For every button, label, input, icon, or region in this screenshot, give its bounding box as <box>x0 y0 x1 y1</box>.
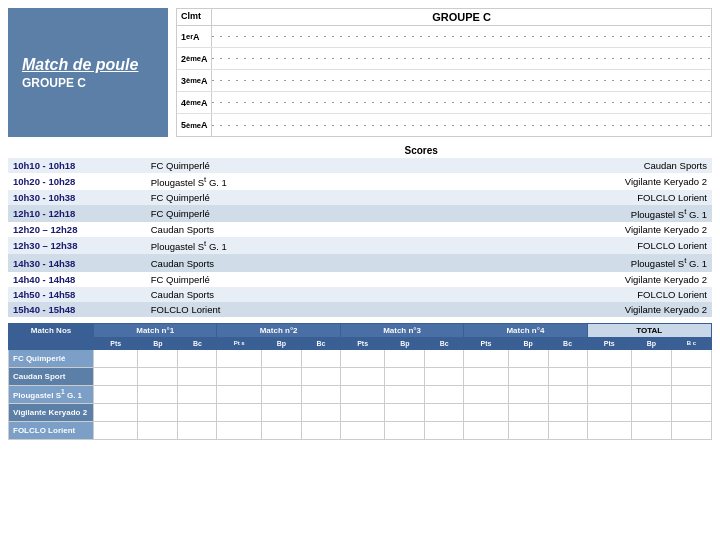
bp <box>138 403 178 421</box>
groupe-box: Clmt GROUPE C 1er A 2ème A 3ème A 4ème A… <box>176 8 712 137</box>
bp <box>261 367 301 385</box>
bc <box>178 385 217 403</box>
bc <box>302 385 341 403</box>
team-right: FOLCLO Lorient <box>498 190 712 205</box>
pts <box>340 385 384 403</box>
bc <box>302 367 341 385</box>
pts <box>217 385 262 403</box>
bp-2: Bp <box>261 337 301 349</box>
bp <box>261 403 301 421</box>
bp <box>385 367 425 385</box>
match4-header: Match n°4 <box>464 323 587 337</box>
rank-2-dots <box>212 48 711 69</box>
pts <box>217 403 262 421</box>
pts <box>94 367 138 385</box>
pts <box>464 403 508 421</box>
bc-3: Bc <box>425 337 464 349</box>
score-box <box>421 158 498 173</box>
header-box: Match de poule GROUPE C <box>8 8 168 137</box>
score-box <box>421 222 498 237</box>
bc <box>548 367 587 385</box>
team-right: Caudan Sports <box>498 158 712 173</box>
bc <box>671 421 711 439</box>
team-name: FC Quimperlé <box>9 349 94 367</box>
bc <box>425 421 464 439</box>
team-right: FOLCLO Lorient <box>498 287 712 302</box>
team-right: Vigilante Keryado 2 <box>498 222 712 237</box>
score-box <box>345 190 422 205</box>
team-left: FC Quimperlé <box>146 205 345 222</box>
bc <box>302 349 341 367</box>
bp-3: Bp <box>385 337 425 349</box>
team-left: FC Quimperlé <box>146 158 345 173</box>
score-box <box>345 222 422 237</box>
team-name: FOLCLO Lorient <box>9 421 94 439</box>
rank-4-dots <box>212 92 711 113</box>
time-cell: 14h40 - 14h48 <box>8 272 146 287</box>
bc-4: Bc <box>548 337 587 349</box>
bc <box>425 403 464 421</box>
rank-4-label: 4ème A <box>177 92 212 113</box>
bc <box>178 349 217 367</box>
rank-row-1: 1er A <box>177 26 711 48</box>
pts-1: Pts <box>94 337 138 349</box>
pts <box>94 385 138 403</box>
bp <box>508 349 548 367</box>
team-name: Caudan Sport <box>9 367 94 385</box>
top-section: Match de poule GROUPE C Clmt GROUPE C 1e… <box>8 8 712 137</box>
pts <box>94 349 138 367</box>
bp <box>631 367 671 385</box>
bp <box>508 385 548 403</box>
score-box <box>421 237 498 254</box>
standings-table: Match Nos Match n°1 Match n°2 Match n°3 … <box>8 323 712 440</box>
rank-3-dots <box>212 70 711 91</box>
table-row: 12h20 – 12h28 Caudan Sports Vigilante Ke… <box>8 222 712 237</box>
team-left: FC Quimperlé <box>146 272 345 287</box>
team-left: FC Quimperlé <box>146 190 345 205</box>
score-box <box>345 158 422 173</box>
team-left: Caudan Sports <box>146 287 345 302</box>
pts <box>464 421 508 439</box>
standings-row: Vigilante Keryado 2 <box>9 403 712 421</box>
team-name: Vigilante Keryado 2 <box>9 403 94 421</box>
bp <box>138 421 178 439</box>
pts <box>587 367 631 385</box>
rank-1-label: 1er A <box>177 26 212 47</box>
standings-subheader-row: Pts Bp Bc Pt s Bp Bc Pts Bp Bc Pts Bp Bc… <box>9 337 712 349</box>
page: Match de poule GROUPE C Clmt GROUPE C 1e… <box>0 0 720 540</box>
pts <box>340 403 384 421</box>
rank-3-label: 3ème A <box>177 70 212 91</box>
rank-row-4: 4ème A <box>177 92 711 114</box>
pts <box>464 385 508 403</box>
bc <box>178 403 217 421</box>
bp <box>631 349 671 367</box>
bp <box>261 349 301 367</box>
bp <box>631 385 671 403</box>
bc-1: Bc <box>178 337 217 349</box>
pts <box>587 403 631 421</box>
rank-row-3: 3ème A <box>177 70 711 92</box>
scores-header: Scores <box>345 143 498 158</box>
table-row: 10h30 - 10h38 FC Quimperlé FOLCLO Lorien… <box>8 190 712 205</box>
team-name: Plougastel S1 G. 1 <box>9 385 94 403</box>
bc <box>178 367 217 385</box>
score-box <box>421 190 498 205</box>
bp <box>261 421 301 439</box>
pts <box>464 349 508 367</box>
time-cell: 12h20 – 12h28 <box>8 222 146 237</box>
standings-row: FOLCLO Lorient <box>9 421 712 439</box>
bc <box>671 367 711 385</box>
bp <box>508 367 548 385</box>
pts <box>340 421 384 439</box>
pts <box>587 385 631 403</box>
score-box <box>345 287 422 302</box>
score-box <box>345 237 422 254</box>
time-cell: 12h30 – 12h38 <box>8 237 146 254</box>
pts <box>217 367 262 385</box>
bp <box>138 349 178 367</box>
team-right: Vigilante Keryado 2 <box>498 272 712 287</box>
table-row: 12h10 - 12h18 FC Quimperlé Plougastel St… <box>8 205 712 222</box>
score-box <box>345 173 422 190</box>
bp-1: Bp <box>138 337 178 349</box>
match3-header: Match n°3 <box>340 323 463 337</box>
